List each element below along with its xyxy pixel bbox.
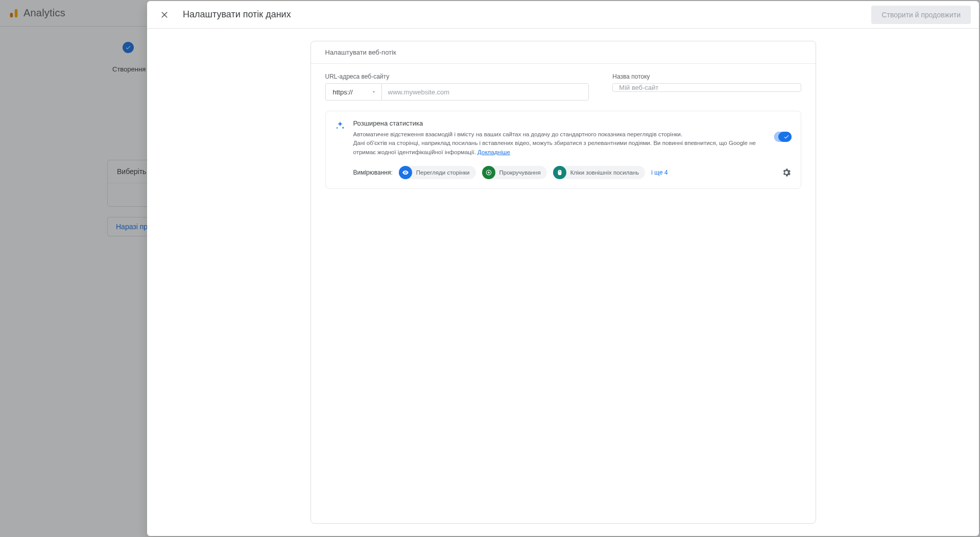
chip-label: Перегляди сторінки <box>416 169 470 176</box>
chip-label: Кліки зовнішніх посилань <box>570 169 639 176</box>
panel-body: Налаштувати веб-потік URL-адреса веб-сай… <box>147 29 979 536</box>
chevron-down-icon <box>371 89 376 94</box>
enhanced-desc-text: Дані об'єктів на сторінці, наприклад пос… <box>353 140 756 155</box>
gear-icon <box>781 167 792 178</box>
measurement-settings-button[interactable] <box>781 167 792 178</box>
toggle-knob <box>781 132 792 142</box>
card-body: URL-адреса веб-сайту https:// Назва пото… <box>311 64 816 201</box>
panel-header: Налаштувати потік даних Створити й продо… <box>147 1 979 29</box>
more-measurements-link[interactable]: і ще 4 <box>651 169 667 176</box>
enhanced-desc-bold: Автоматичне відстеження взаємодій і вміс… <box>353 130 766 139</box>
stream-name-label: Назва потоку <box>612 73 801 80</box>
check-icon <box>783 134 790 140</box>
url-input-group: https:// <box>325 83 589 101</box>
field-row: URL-адреса веб-сайту https:// Назва пото… <box>325 73 801 101</box>
enhanced-text: Розширена статистика Автоматичне відстеж… <box>353 119 766 157</box>
chip-page-views: Перегляди сторінки <box>399 166 476 179</box>
configure-stream-panel: Налаштувати потік даних Створити й продо… <box>147 1 979 536</box>
url-label: URL-адреса веб-сайту <box>325 73 589 80</box>
chip-outbound-clicks: Кліки зовнішніх посилань <box>553 166 646 179</box>
svg-point-3 <box>488 172 490 174</box>
enhanced-title: Розширена статистика <box>353 119 766 127</box>
web-stream-card: Налаштувати веб-потік URL-адреса веб-сай… <box>310 41 816 524</box>
stream-name-field: Назва потоку <box>612 73 801 92</box>
card-header: Налаштувати веб-потік <box>311 41 816 64</box>
measurement-label: Вимірювання: <box>353 169 393 176</box>
panel-title: Налаштувати потік даних <box>183 9 862 20</box>
stream-name-input[interactable] <box>612 83 801 92</box>
measurement-row: Вимірювання: Перегляди сторінки Прокр <box>353 166 792 179</box>
protocol-select[interactable]: https:// <box>325 83 381 101</box>
eye-icon <box>399 166 412 179</box>
close-button[interactable] <box>155 6 174 24</box>
chip-scrolls: Прокручування <box>482 166 547 179</box>
close-icon <box>159 10 170 20</box>
enhanced-desc: Дані об'єктів на сторінці, наприклад пос… <box>353 139 766 157</box>
create-and-continue-button[interactable]: Створити й продовжити <box>871 6 971 24</box>
mouse-icon <box>553 166 566 179</box>
chip-label: Прокручування <box>499 169 541 176</box>
protocol-value: https:// <box>333 88 353 96</box>
url-field: URL-адреса веб-сайту https:// <box>325 73 589 101</box>
enhanced-top: Розширена статистика Автоматичне відстеж… <box>335 119 792 157</box>
website-url-input[interactable] <box>381 83 589 101</box>
enhanced-toggle[interactable] <box>774 132 792 142</box>
target-icon <box>482 166 495 179</box>
sparkle-icon <box>335 120 345 157</box>
enhanced-measurement-box: Розширена статистика Автоматичне відстеж… <box>325 111 801 189</box>
learn-more-link[interactable]: Докладніше <box>477 149 510 155</box>
